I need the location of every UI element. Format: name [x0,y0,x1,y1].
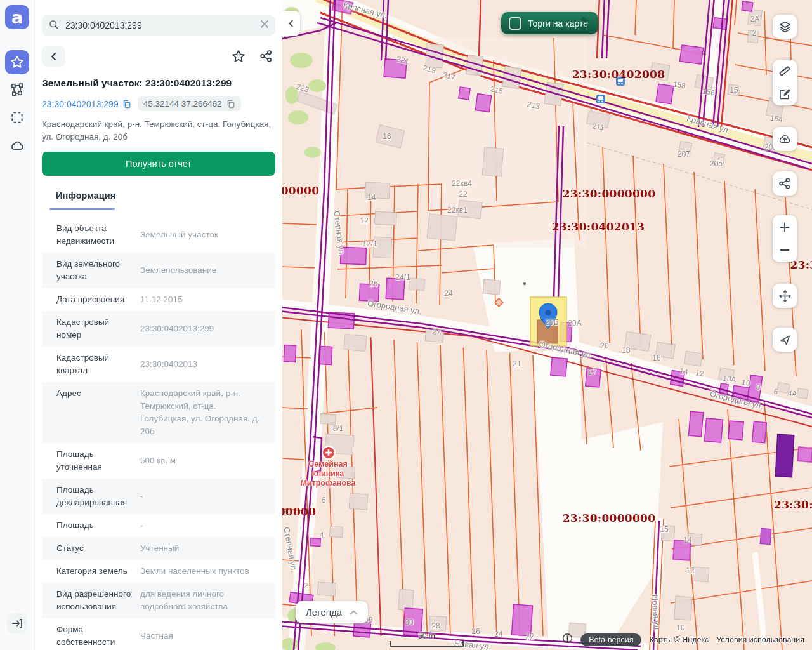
gavel-icon [577,16,593,32]
legend-button[interactable]: Легенда [296,601,368,623]
copy-icon [122,99,131,109]
info-icon[interactable] [562,633,573,646]
plus-icon [779,222,790,233]
zoom-group [773,215,797,262]
info-row-label: Вид объекта недвижимости [56,222,140,248]
polygon-icon [10,82,25,97]
info-row-label: Вид земельного участка [56,258,140,283]
info-row: Площадь уточненная500 кв. м [42,443,275,479]
object-chips: 23:30:0402013:299 45.32144 37.266462 [42,96,275,111]
info-row-value: 23:30:0402013:299 [140,322,266,335]
edit-button[interactable] [773,83,797,105]
sidebar-item-cloud[interactable] [5,133,29,157]
info-row-value: 11.12.2015 [140,293,266,306]
torgi-checkbox[interactable] [509,17,521,30]
tabs: Информация [42,190,275,210]
info-row: Категория земельЗемли населенных пунктов [42,560,275,583]
info-row: Кадастровый номер23:30:0402013:299 [42,311,275,347]
info-row-value: Краснодарский край, р-н. Темрюкский, ст-… [140,387,266,438]
info-row: Вид земельного участкаЗемлепользование [42,253,275,288]
object-address: Краснодарский край, р-н. Темрюкский, ст-… [42,118,278,143]
page-title: Земельный участок: 23:30:0402013:299 [42,77,275,89]
share-button[interactable] [258,49,273,64]
edit-icon [778,88,791,100]
ruler-icon [778,65,791,77]
map-canvas[interactable] [282,0,812,650]
sidebar-item-polygon[interactable] [5,77,29,102]
copy-icon [226,99,235,109]
app-logo[interactable]: a [5,5,29,29]
info-row-value: Частная [140,630,266,642]
info-row: Площадь декларированная- [42,479,275,514]
layers-button[interactable] [773,15,797,39]
measure-edit-group [773,60,797,105]
info-row-value: для ведения личного подсобного хозяйства [140,588,266,613]
upload-button[interactable] [773,127,797,151]
info-row: Форма собственностиЧастная [42,618,275,650]
sidebar-item-favorites[interactable] [5,50,29,74]
favorite-star-button[interactable] [231,49,246,64]
map-copyright[interactable]: Карты © Яндекс [649,635,709,644]
info-row: Кадастровый квартал23:30:0402013 [42,347,275,382]
share-map-button[interactable] [773,171,797,196]
search-icon [48,19,59,32]
chevron-up-icon [350,610,358,615]
cloud-icon [10,138,25,154]
info-row-value: - [140,490,266,503]
zoom-out-button[interactable] [773,239,797,262]
info-row-label: Кадастровый квартал [56,352,140,377]
info-row-label: Вид разрешенного использования [56,588,140,613]
info-row-value: 23:30:0402013 [140,358,266,371]
star-icon [10,55,24,69]
beta-badge: Beta-версия [580,633,641,646]
logo-letter: a [11,9,23,26]
clear-search-icon[interactable] [260,20,269,31]
move-icon [778,289,792,303]
info-row-label: Форма собственности [56,623,140,649]
info-row-value: Земельный участок [140,229,266,241]
clinic-icon [322,446,335,459]
sidebar-item-select-area[interactable] [5,105,29,129]
search-input[interactable] [64,20,255,31]
info-row-label: Площадь уточненная [56,448,140,474]
minus-icon [779,244,790,256]
map-view[interactable]: 23:30:040200823:30:000000023:30:04020132… [282,0,812,650]
info-row-label: Площадь декларированная [56,484,140,509]
collapse-sidebar-button[interactable] [282,11,300,36]
info-row: АдресКраснодарский край, р-н. Темрюкский… [42,382,275,443]
icon-rail: a [0,0,35,650]
terms-link[interactable]: Условия использования [716,635,804,644]
info-row-label: Площадь [56,519,140,532]
get-report-button[interactable]: Получить отчет [42,152,275,176]
info-row-label: Кадастровый номер [56,316,140,342]
navigate-icon [779,334,791,346]
info-row-label: Категория земель [56,565,140,578]
coordinates-chip[interactable]: 45.32144 37.266462 [138,96,241,111]
logout-button[interactable] [7,613,27,633]
ruler-button[interactable] [773,60,797,83]
zoom-in-button[interactable] [773,216,797,239]
object-header [42,46,275,67]
info-table: Вид объекта недвижимостиЗемельный участо… [42,217,275,650]
layers-icon [778,20,792,34]
share-icon [778,177,791,190]
cadastral-number-link[interactable]: 23:30:0402013:299 [42,99,131,109]
pan-button[interactable] [773,284,797,308]
dashed-square-icon [10,110,25,125]
info-row: Вид объекта недвижимостиЗемельный участо… [42,217,275,253]
back-button[interactable] [42,46,65,67]
object-sidebar: Земельный участок: 23:30:0402013:299 23:… [35,0,282,650]
info-row-value: 500 кв. м [140,454,266,467]
info-row-value: Учтенный [140,542,266,555]
tab-information[interactable]: Информация [49,190,115,201]
locate-button[interactable] [773,328,797,352]
info-row-value: - [140,519,266,532]
upload-cloud-icon [778,132,792,146]
app-root: a [0,0,812,650]
search-bar[interactable] [42,15,275,36]
torgi-toggle[interactable]: Торги на карте [501,12,598,34]
info-row-label: Дата присвоения [56,293,140,306]
active-tab-underline [49,208,115,210]
info-row: Вид разрешенного использованиядля ведени… [42,583,275,618]
info-row: Дата присвоения11.12.2015 [42,288,275,311]
